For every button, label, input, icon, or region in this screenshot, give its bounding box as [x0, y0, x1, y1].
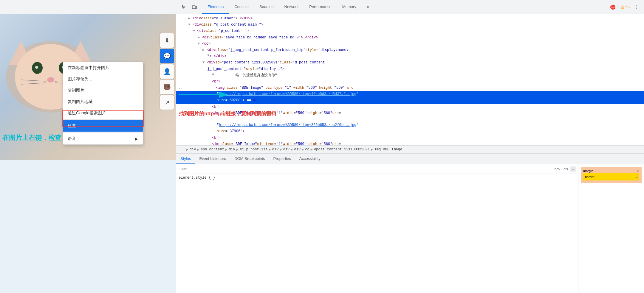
border-value: –	[636, 175, 637, 179]
code-line-6: ▶ <div class="j_ueg_post_content p_forbi…	[176, 47, 644, 53]
context-menu-copy-image[interactable]: 复制图片	[63, 85, 143, 96]
code-line-9: j_d_post_content " style="display:;">	[176, 66, 644, 72]
context-menu-google-search[interactable]: 通过Google搜索图片	[63, 107, 143, 119]
device-toggle-icon[interactable]	[190, 3, 199, 11]
breadcrumb-post-content[interactable]: #post_content_121130325891	[314, 147, 370, 152]
border-label: border	[585, 175, 595, 179]
cls-label[interactable]: .cls	[563, 167, 568, 171]
devtools-icons-left	[176, 3, 202, 11]
breadcrumb-div2[interactable]: div	[229, 147, 235, 152]
webpage-content: 只看楼主	[0, 14, 176, 293]
code-line-highlighted[interactable]: "https://imgsa.baidu.com/forum/w%3D580/s…	[176, 91, 644, 97]
context-menu-inspect[interactable]: 检查	[63, 120, 143, 132]
webpage-panel: 只看楼主	[0, 14, 176, 293]
context-menu-divider2	[63, 132, 143, 133]
devtools-right: ⛔ 1 ⚠ 55 ⋮	[606, 3, 644, 11]
tab-accessibility[interactable]: Accessibility	[295, 154, 325, 164]
devtools-panel: ▶ <div class="d_author">…</div> ▼ <div c…	[176, 14, 644, 293]
error-badge: ⛔ 1 ⚠ 55	[610, 4, 630, 10]
more-options-icon[interactable]: ⋮	[632, 3, 640, 11]
tab-more[interactable]: »	[362, 0, 374, 14]
bottom-tabs: Styles Event Listeners DOM Breakpoints P…	[176, 154, 644, 164]
context-menu-voice[interactable]: 语音 ▶	[63, 133, 143, 144]
border-row: border –	[585, 175, 637, 179]
breadcrumb-div1[interactable]: div	[190, 147, 196, 152]
breadcrumb-dots[interactable]: ...	[179, 147, 185, 152]
breadcrumb-j-p-postlist[interactable]: #j_p_postlist	[240, 147, 268, 152]
code-line-7: ">…</div>	[176, 53, 644, 60]
breadcrumb-bar: ... ▶ div ▶ #pb_content ▶ div ▶ #j_p_pos…	[176, 145, 644, 154]
code-line-2: ▼ <div class="d_post_content_main ">	[176, 22, 644, 28]
warning-count: 55	[626, 5, 630, 9]
toolbar-user-btn[interactable]: 👤	[160, 64, 174, 79]
tab-properties[interactable]: Properties	[269, 154, 295, 164]
svg-point-10	[47, 77, 54, 82]
tab-styles[interactable]: Styles	[176, 154, 195, 164]
overlay-text-main: 在图片上右键，检查	[2, 133, 61, 142]
styles-area: :hov .cls + element.style { } margin 8	[176, 164, 644, 293]
devtools-topbar: Elements Console Sources Network Perform…	[0, 0, 644, 14]
tab-dom-breakpoints[interactable]: DOM Breakpoints	[230, 154, 269, 164]
cursor-icon[interactable]	[179, 3, 188, 11]
right-toolbar: ⬇ 💬 👤 🐻 ↗	[159, 32, 176, 111]
tab-sources[interactable]: Sources	[254, 0, 279, 14]
toolbar-bear-btn[interactable]: 🐻	[160, 80, 174, 94]
margin-row: margin 8	[583, 169, 639, 173]
breadcrumb-div3[interactable]: div	[272, 147, 279, 152]
toolbar-chat-btn[interactable]: 💬	[160, 49, 174, 63]
margin-box: margin 8 border –	[581, 167, 642, 183]
code-line-10: " 唯一的遗憾是身边没有你"	[176, 72, 644, 79]
code-line-13: <img class="BDE_Image" pic_type="1" widt…	[176, 110, 644, 122]
breadcrumb-img[interactable]: img.BDE_Image	[374, 147, 402, 152]
breadcrumb-pb-content[interactable]: #pb_content	[201, 147, 224, 152]
tab-network[interactable]: Network	[279, 0, 304, 14]
devtools-tabs: Elements Console Sources Network Perform…	[202, 0, 606, 14]
breadcrumb-div4[interactable]: div	[283, 147, 290, 152]
style-rule: element.style { }	[176, 174, 578, 182]
breadcrumb-cc[interactable]: cc	[305, 147, 309, 152]
main-area: 只看楼主	[0, 14, 644, 293]
code-line-16: <br>	[176, 135, 644, 141]
code-line-3: ▼ <div class="p_content ">	[176, 28, 644, 34]
filter-input[interactable]	[179, 167, 551, 171]
context-menu-copy-url[interactable]: 复制图片地址	[63, 96, 143, 107]
code-line-highlighted2: size="50200"> == $0	[176, 97, 644, 104]
breadcrumb-div5[interactable]: div	[294, 147, 301, 152]
tab-performance[interactable]: Performance	[304, 0, 337, 14]
styles-left: :hov .cls + element.style { }	[176, 164, 578, 293]
code-line-dots: ... <img class="BDE_Image" pic_type="1" …	[176, 85, 644, 91]
margin-value: 8	[637, 169, 639, 173]
context-menu-open-image[interactable]: 在新标签页中打开图片	[63, 62, 143, 74]
margin-label: margin	[583, 169, 593, 173]
tab-event-listeners[interactable]: Event Listeners	[195, 154, 230, 164]
context-menu-divider	[63, 119, 143, 120]
svg-point-8	[35, 66, 38, 69]
filter-bar: :hov .cls +	[176, 164, 578, 174]
code-line-15: size="37906">	[176, 128, 644, 135]
context-menu-save-image[interactable]: 图片存储为...	[63, 74, 143, 85]
code-line-1: ▶ <div class="d_author">…</div>	[176, 15, 644, 22]
code-line-5: ▼ <cc>	[176, 41, 644, 47]
border-box: border –	[583, 173, 639, 180]
error-icon: ⛔	[610, 4, 616, 10]
code-line-4: ▶ <div class="save_face_bg_hidden save_f…	[176, 35, 644, 41]
tab-elements[interactable]: Elements	[202, 0, 229, 14]
plus-button[interactable]: +	[570, 166, 576, 172]
code-line-12: <br>	[176, 104, 644, 110]
elements-content: ▶ <div class="d_author">…</div> ▼ <div c…	[176, 14, 644, 145]
box-model: margin 8 border –	[578, 164, 644, 185]
toolbar-share-btn[interactable]: ↗	[160, 95, 174, 110]
tab-memory[interactable]: Memory	[337, 0, 362, 14]
styles-right: margin 8 border –	[578, 164, 644, 293]
code-line-14: "https://imgsa.baidu.com/forum/w%3D580/s…	[176, 122, 644, 128]
error-count: 1	[617, 5, 619, 9]
hov-label[interactable]: :hov	[553, 167, 560, 171]
code-line-8: ▼ <div id="post_content_121130325891" cl…	[176, 60, 644, 66]
code-line-17: <img class="BDE_Image" pic_type="1" widt…	[176, 141, 644, 145]
tab-console[interactable]: Console	[229, 0, 254, 14]
warning-icon: ⚠	[620, 4, 624, 10]
svg-rect-1	[195, 6, 196, 9]
toolbar-download-btn[interactable]: ⬇	[160, 33, 174, 48]
context-menu: 在新标签页中打开图片 图片存储为... 复制图片 复制图片地址 通过Google…	[63, 62, 143, 145]
code-line-11: <br>	[176, 79, 644, 85]
